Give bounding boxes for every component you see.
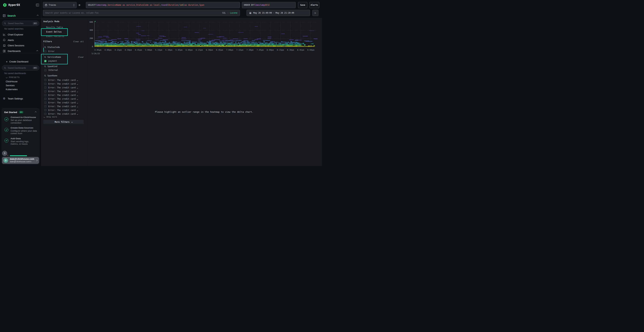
spanname-filter-item[interactable]: Error: The credit card …: [44, 93, 85, 97]
sql-token: SELECT: [88, 4, 95, 6]
checkbox-spanname[interactable]: [44, 102, 46, 104]
help-button[interactable]: ?: [2, 151, 7, 156]
presets-toggle[interactable]: PRESETS: [6, 76, 20, 78]
checkbox-internal[interactable]: [44, 69, 46, 71]
checkbox-payment[interactable]: [44, 60, 46, 62]
search-input[interactable]: [43, 10, 240, 16]
filter-item-label: Error: The credit card …: [48, 90, 78, 93]
sql-token: DESC: [265, 4, 270, 6]
spanname-filter-item[interactable]: Error: The credit card …: [44, 108, 85, 112]
x-tick-label: 5:00pm: [145, 49, 152, 51]
sidebar-item-client-sessions[interactable]: Client Sessions: [0, 43, 41, 48]
chevron-down-icon: [44, 116, 45, 118]
checkbox-spanname[interactable]: [44, 83, 46, 85]
chart-icon: [3, 33, 6, 36]
spanname-filter-item[interactable]: Error: The credit card …: [44, 90, 85, 93]
shortcut-badge: ⌘K: [33, 67, 38, 69]
step-desc: Configure where your data comes from: [10, 130, 37, 135]
filter-item-payment[interactable]: payment: [44, 60, 57, 62]
checkbox-spanname[interactable]: [44, 109, 46, 111]
duration-heatmap[interactable]: [94, 20, 318, 47]
search-icon: [44, 66, 46, 68]
sql-token: Span: [199, 4, 204, 6]
language-lucene-toggle[interactable]: Lucene: [230, 12, 238, 14]
spanname-filter-item[interactable]: Error: The credit card …: [44, 104, 85, 108]
preset-services[interactable]: Services: [6, 84, 15, 87]
save-button[interactable]: Save: [298, 2, 307, 8]
checkbox-spanname[interactable]: [44, 105, 46, 108]
clear-all-link[interactable]: Clear all: [73, 40, 84, 43]
mode-results-table[interactable]: Results Table: [46, 25, 63, 30]
alerts-button[interactable]: Alerts: [309, 2, 319, 8]
get-started-item[interactable]: Add Data Start sending logs, metrics, or…: [4, 137, 37, 146]
run-query-button[interactable]: ▷: [312, 10, 318, 16]
checkbox-spanname[interactable]: [44, 94, 46, 96]
spanname-filter-item[interactable]: Error: The credit card …: [44, 101, 85, 104]
preset-kubernetes[interactable]: Kubernetes: [6, 88, 18, 91]
filter-item-label: Error: The credit card …: [48, 83, 78, 85]
saved-dashboards-input[interactable]: [7, 66, 32, 70]
spanname-filter-item[interactable]: Error: The credit card …: [44, 82, 85, 86]
chevron-down-icon: [6, 76, 8, 78]
sql-token: ,: [106, 4, 108, 6]
saved-searches-input[interactable]: [7, 22, 32, 25]
spanname-filter-item[interactable]: Error: The credit card …: [44, 112, 85, 116]
x-tick-label: 5:15pm: [155, 49, 162, 51]
show-more-link[interactable]: Show more: [44, 116, 57, 118]
filter-item-label: Error: The credit card …: [48, 109, 78, 112]
mode-event-deltas[interactable]: Event Deltas: [46, 30, 62, 34]
shortcut-badge: ⌘K: [33, 22, 38, 25]
get-started-item[interactable]: Create Data Sources Configure where your…: [4, 126, 37, 135]
checkbox-spanname[interactable]: [44, 90, 46, 92]
order-by-editor[interactable]: ORDER BY Timestamp DESC: [242, 2, 296, 8]
sidebar: HyperDX Search ⌘K No saved searches Char…: [0, 0, 41, 166]
sql-token: ORDER BY: [244, 4, 254, 6]
x-tick-label: 6:15pm: [196, 49, 203, 51]
get-started-item[interactable]: Connect to ClickHouse Set up your databa…: [4, 116, 37, 124]
more-filters-button[interactable]: More filters: [43, 120, 84, 124]
filter-item-label: Error: The credit card …: [48, 102, 78, 104]
collapse-sidebar-icon[interactable]: [36, 4, 39, 6]
language-sql-toggle[interactable]: SQL: [222, 12, 226, 14]
checkbox-error[interactable]: [44, 50, 46, 52]
time-range-picker[interactable]: May 26 15:40:00 - May 26 21:10:00: [246, 10, 310, 16]
checkbox-spanname[interactable]: [44, 86, 46, 89]
divider: [0, 53, 41, 53]
x-tick-label: 8:15pm: [277, 49, 284, 51]
create-dashboard-button[interactable]: + Create Dashboard: [0, 59, 41, 64]
x-tick-label: 4:30pm: [125, 49, 132, 51]
saved-searches-search[interactable]: ⌘K: [2, 21, 39, 26]
journal-icon: [3, 14, 6, 17]
get-started-title: Get Started: [4, 111, 17, 114]
checkbox-spanname[interactable]: [44, 113, 46, 115]
no-saved-searches-note: No saved searches: [4, 28, 24, 30]
sql-token: as duration: [184, 4, 198, 6]
x-tick-label: 6:30pm: [206, 49, 213, 51]
time-range-value: May 26 15:40:00 - May 26 21:10:00: [253, 12, 294, 14]
check-circle-icon: [4, 117, 8, 121]
checkbox-spanname[interactable]: [44, 98, 46, 100]
filter-item-internal[interactable]: Internal: [44, 69, 58, 71]
sidebar-item-alerts[interactable]: Alerts: [0, 38, 41, 43]
topbar: Traces ⚙ SELECT Timestamp, ServiceName a…: [41, 0, 322, 18]
chevron-up-icon[interactable]: [35, 111, 37, 113]
clear-servicename-link[interactable]: Clear: [78, 56, 84, 58]
mode-event-patterns[interactable]: Event Patterns: [46, 34, 64, 38]
checkbox-spanname[interactable]: [44, 79, 46, 81]
x-tick-label: 8:45pm: [297, 49, 304, 51]
saved-dashboards-search[interactable]: ⌘K: [2, 65, 39, 70]
sql-select-editor[interactable]: SELECT Timestamp, ServiceName as service…: [86, 2, 240, 8]
source-settings-gear-icon[interactable]: ⚙: [77, 3, 82, 7]
x-tick-label: 4:45pm: [135, 49, 142, 51]
preset-clickhouse[interactable]: ClickHouse: [6, 80, 18, 83]
spanname-filter-item[interactable]: Error: The credit card …: [44, 86, 85, 90]
search-section-header[interactable]: Search: [3, 14, 38, 17]
spanname-filter-item[interactable]: Error: The credit card …: [44, 78, 85, 82]
filter-item-error[interactable]: Error: [44, 50, 54, 52]
spanname-filter-item[interactable]: Error: The credit card …: [44, 97, 85, 101]
source-select[interactable]: Traces: [43, 2, 76, 8]
user-menu[interactable]: D dale@clickhouse.com dale@clickhouse.co…: [2, 157, 39, 164]
filter-group-statuscode: StatusCode: [44, 46, 60, 48]
sidebar-item-team-settings[interactable]: ⚙ Team Settings: [0, 96, 41, 101]
sidebar-item-chart-explorer[interactable]: Chart Explorer: [0, 32, 41, 37]
